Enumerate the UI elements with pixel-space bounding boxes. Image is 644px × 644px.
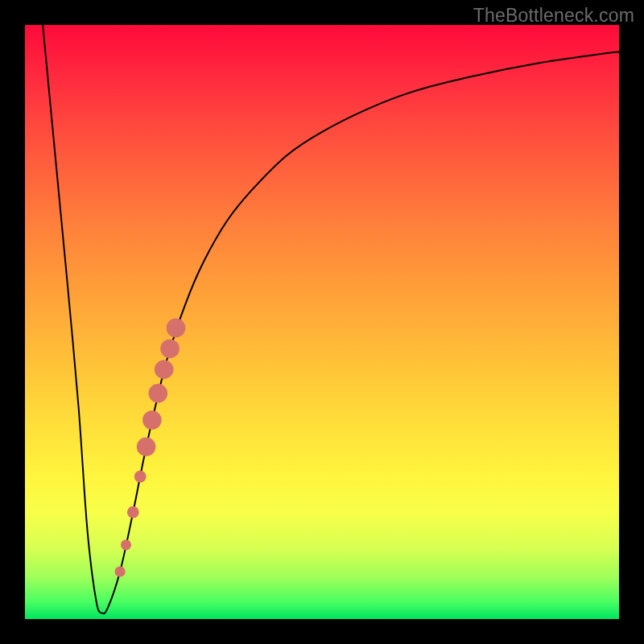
marker-dot	[167, 319, 186, 338]
marker-dot	[155, 360, 174, 379]
markers-group	[115, 319, 186, 577]
plot-area	[25, 25, 619, 619]
marker-dot	[149, 384, 168, 403]
chart-svg	[25, 25, 619, 619]
bottleneck-curve	[43, 25, 619, 613]
marker-dot	[115, 566, 126, 576]
outer-frame: TheBottleneck.com	[0, 0, 644, 644]
marker-dot	[160, 339, 180, 358]
marker-dot	[137, 437, 156, 456]
watermark-text: TheBottleneck.com	[473, 5, 634, 27]
marker-dot	[127, 506, 139, 518]
marker-dot	[134, 471, 147, 483]
marker-dot	[121, 539, 131, 550]
marker-dot	[142, 411, 162, 430]
